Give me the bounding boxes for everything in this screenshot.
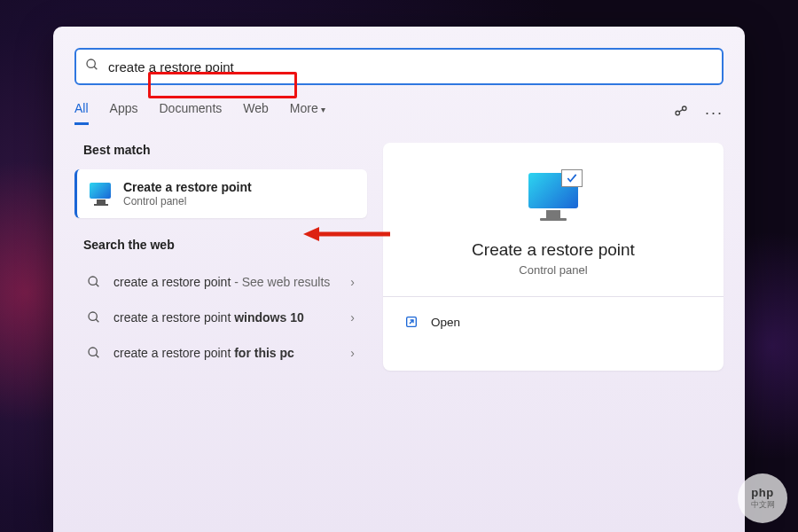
search-icon	[87, 310, 101, 325]
search-icon	[87, 346, 101, 360]
search-icon	[87, 275, 101, 289]
web-result[interactable]: create a restore point windows 10 ›	[74, 300, 367, 335]
web-result-text: create a restore point - See web results	[113, 275, 338, 289]
more-options-icon[interactable]: ···	[705, 104, 724, 122]
search-web-label: Search the web	[83, 238, 367, 252]
web-result[interactable]: create a restore point for this pc ›	[74, 335, 367, 371]
results-column: Best match Create a restore point Contro…	[74, 143, 367, 371]
best-match-label: Best match	[83, 143, 367, 157]
chevron-right-icon: ›	[350, 275, 355, 289]
open-action[interactable]: Open	[403, 311, 704, 332]
chevron-right-icon: ›	[350, 346, 355, 360]
web-result-text: create a restore point windows 10	[113, 310, 338, 325]
web-result-text: create a restore point for this pc	[113, 346, 338, 360]
svg-point-2	[676, 111, 680, 115]
svg-point-8	[89, 348, 97, 356]
filter-tabs: All Apps Documents Web More▾	[74, 101, 325, 125]
share-icon[interactable]	[673, 104, 689, 123]
tab-more[interactable]: More▾	[290, 101, 325, 125]
divider	[383, 296, 724, 297]
best-match-title: Create a restore point	[123, 180, 252, 194]
chevron-right-icon: ›	[350, 310, 355, 325]
preview-panel: Create a restore point Control panel Ope…	[383, 143, 724, 371]
system-settings-icon	[90, 183, 113, 206]
tab-web[interactable]: Web	[243, 101, 269, 125]
svg-line-9	[96, 355, 98, 357]
svg-line-1	[94, 66, 97, 69]
tab-documents[interactable]: Documents	[159, 101, 222, 125]
tab-apps[interactable]: Apps	[110, 101, 138, 125]
chevron-down-icon: ▾	[321, 105, 325, 114]
preview-title: Create a restore point	[403, 240, 704, 260]
best-match-subtitle: Control panel	[123, 195, 252, 207]
preview-subtitle: Control panel	[403, 263, 704, 277]
svg-line-5	[96, 284, 98, 286]
open-label: Open	[431, 316, 460, 329]
search-icon	[85, 58, 99, 75]
svg-point-0	[87, 59, 95, 67]
svg-point-6	[89, 312, 97, 320]
svg-line-7	[96, 319, 98, 322]
svg-point-4	[89, 277, 97, 285]
open-icon	[404, 315, 419, 329]
search-bar[interactable]	[74, 48, 724, 85]
search-panel: All Apps Documents Web More▾ ··· Best ma…	[53, 27, 745, 532]
best-match-result[interactable]: Create a restore point Control panel	[74, 169, 367, 218]
preview-app-icon	[524, 173, 583, 226]
tab-all[interactable]: All	[74, 101, 89, 125]
search-input[interactable]	[108, 59, 713, 74]
web-result[interactable]: create a restore point - See web results…	[74, 264, 367, 300]
checkmark-icon	[561, 169, 583, 187]
watermark: php 中文网	[738, 473, 787, 523]
